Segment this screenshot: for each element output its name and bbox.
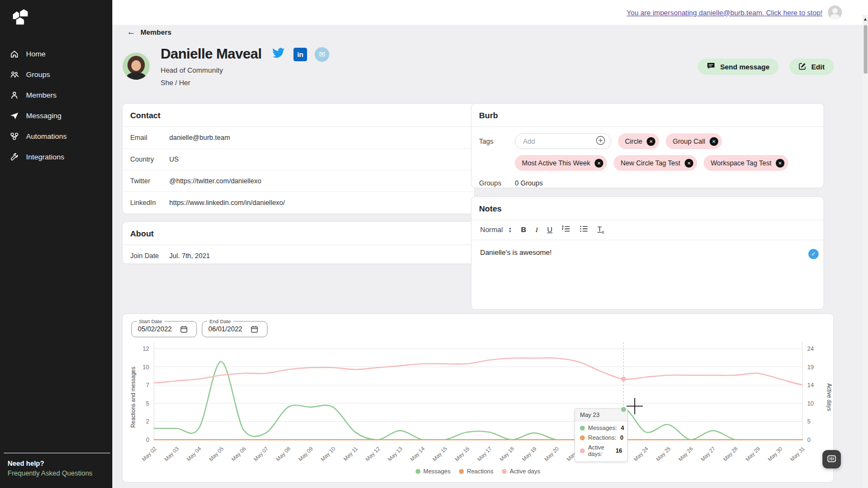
format-select[interactable]: Normal ▲▼	[480, 226, 512, 234]
chat-launcher-button[interactable]	[822, 450, 841, 468]
svg-text:May 12: May 12	[365, 445, 381, 462]
sidebar-item-label: Messaging	[26, 112, 61, 120]
end-date-input[interactable]	[208, 325, 251, 333]
add-tag-plus-icon[interactable]	[596, 136, 605, 147]
tooltip-date: May 23	[575, 409, 627, 421]
sidebar-item-integrations[interactable]: Integrations	[0, 146, 112, 167]
sidebar-item-automations[interactable]: Automations	[0, 126, 112, 146]
about-row-join-date: Join Date Jul. 7th, 2021	[123, 245, 474, 267]
notes-toolbar: Normal ▲▼ B I U Tx	[471, 220, 824, 240]
edit-pencil-icon	[799, 62, 806, 72]
calendar-icon[interactable]	[251, 325, 258, 333]
legend-item-active-days: Active days	[502, 468, 540, 474]
contact-row-linkedin: LinkedIn https://www.linkedin.com/in/dan…	[123, 192, 474, 214]
tag-pill: New Circle Tag Test ✕	[614, 155, 697, 171]
svg-text:May 07: May 07	[252, 445, 269, 462]
sidebar-item-label: Groups	[26, 70, 50, 79]
tooltip-label: Active days:	[588, 444, 612, 457]
avatar-face-shape	[131, 60, 141, 71]
remove-tag-icon[interactable]: ✕	[595, 159, 603, 168]
svg-text:May 05: May 05	[208, 445, 225, 462]
remove-tag-icon[interactable]: ✕	[685, 159, 693, 168]
svg-text:May 10: May 10	[320, 445, 336, 462]
notes-editor[interactable]: Danielle's is awesome!	[471, 240, 824, 294]
groups-value: 0 Groups	[515, 179, 542, 187]
scrollbar-thumb[interactable]	[864, 25, 867, 74]
linkedin-icon[interactable]: in	[293, 48, 307, 61]
groups-label: Groups	[479, 179, 515, 187]
send-message-button[interactable]: Send message	[698, 59, 778, 75]
svg-text:7: 7	[146, 382, 149, 388]
remove-tag-icon[interactable]: ✕	[710, 137, 718, 146]
calendar-icon[interactable]	[180, 325, 188, 333]
svg-text:May 24: May 24	[633, 445, 649, 462]
burb-title: Burb	[471, 104, 824, 127]
email-icon[interactable]: ✉	[315, 47, 329, 62]
sidebar-item-groups[interactable]: Groups	[0, 64, 112, 85]
tag-label: Workspace Tag Test	[711, 159, 771, 167]
groups-row: Groups 0 Groups	[479, 179, 816, 187]
send-message-label: Send message	[720, 63, 769, 71]
start-date-input[interactable]	[138, 325, 180, 333]
underline-button[interactable]: U	[547, 226, 553, 234]
notes-title: Notes	[471, 197, 824, 220]
about-card: About Join Date Jul. 7th, 2021	[122, 221, 475, 264]
bold-button[interactable]: B	[521, 226, 526, 234]
end-date-field: End Date	[202, 321, 267, 337]
messaging-icon	[9, 111, 19, 120]
svg-text:May 04: May 04	[186, 445, 202, 462]
bullet-list-button[interactable]	[579, 225, 588, 234]
contact-row-country: Country US	[123, 149, 474, 170]
impersonation-banner-link[interactable]: You are impersonating danielle@burb.team…	[627, 9, 822, 17]
ordered-list-button[interactable]	[561, 225, 570, 234]
contact-label: Email	[130, 134, 169, 142]
tag-label: Most Active This Week	[522, 159, 590, 167]
svg-text:May 16: May 16	[454, 445, 470, 462]
svg-text:May 30: May 30	[767, 445, 783, 462]
member-pronouns: She / Her	[161, 79, 190, 87]
messages-legend-dot-icon	[416, 469, 420, 474]
activity-chart-card: Start Date End Date Reactions and messag…	[122, 313, 834, 483]
twitter-icon[interactable]	[271, 47, 286, 62]
messages-dot-icon	[580, 426, 585, 431]
contact-label: LinkedIn	[130, 199, 169, 207]
activity-chart[interactable]: 002551071410191224May 02May 03May 04May …	[123, 314, 834, 483]
svg-text:0: 0	[146, 436, 149, 443]
sidebar-item-label: Members	[26, 91, 56, 99]
remove-tag-icon[interactable]: ✕	[647, 137, 655, 146]
legend-label: Active days	[509, 468, 540, 474]
about-title: About	[123, 222, 474, 245]
reactions-legend-dot-icon	[459, 469, 464, 474]
avatar-head-shape	[832, 8, 838, 14]
end-date-label: End Date	[207, 318, 233, 324]
about-label: Join Date	[130, 252, 169, 260]
tooltip-row-reactions: Reactions: 0	[575, 431, 627, 441]
sidebar-item-members[interactable]: Members	[0, 85, 112, 105]
scrollbar: ▲	[863, 15, 868, 488]
contact-row-twitter: Twitter @https://twitter.com/daniellexo	[123, 170, 474, 192]
tag-pill: Group Call ✕	[666, 133, 722, 149]
sidebar-item-home[interactable]: Home	[0, 43, 112, 64]
svg-text:10: 10	[807, 400, 814, 407]
breadcrumb-members[interactable]: Members	[141, 28, 171, 36]
remove-tag-icon[interactable]: ✕	[776, 159, 784, 168]
scroll-up-arrow[interactable]: ▲	[863, 17, 867, 22]
tag-add-input[interactable]	[523, 138, 596, 145]
edit-button[interactable]: Edit	[789, 59, 834, 75]
svg-text:5: 5	[807, 418, 810, 425]
reactions-dot-icon	[580, 435, 585, 440]
back-arrow-icon[interactable]: ←	[127, 27, 136, 37]
clear-formatting-button[interactable]: Tx	[597, 225, 604, 235]
about-value: Jul. 7th, 2021	[169, 252, 210, 260]
integrations-icon	[9, 152, 19, 162]
user-avatar-icon[interactable]	[828, 5, 842, 20]
faq-link[interactable]: Frequently Asked Questions	[8, 470, 112, 477]
automations-icon	[9, 131, 19, 141]
italic-button[interactable]: I	[535, 226, 538, 234]
svg-text:12: 12	[143, 345, 149, 352]
tooltip-row-messages: Messages: 4	[575, 421, 627, 431]
notes-card: Notes Normal ▲▼ B I U Tx Danielle's is a…	[471, 196, 824, 310]
save-note-check-icon[interactable]: ✓	[808, 249, 819, 259]
sidebar: Home Groups Members Messaging Automation…	[0, 0, 112, 488]
sidebar-item-messaging[interactable]: Messaging	[0, 105, 112, 126]
